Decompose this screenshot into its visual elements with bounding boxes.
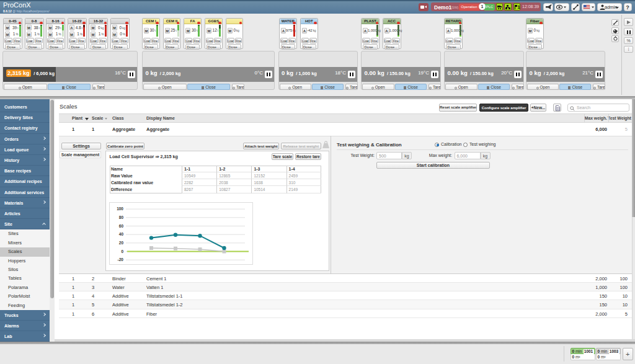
svg-text:-20: -20 [118, 257, 124, 262]
svg-text:40: 40 [119, 232, 124, 236]
svg-text:100: 100 [117, 206, 123, 211]
svg-text:0: 0 [121, 249, 123, 254]
svg-text:80: 80 [119, 215, 124, 220]
svg-text:20: 20 [119, 241, 124, 245]
svg-text:60: 60 [119, 224, 124, 228]
